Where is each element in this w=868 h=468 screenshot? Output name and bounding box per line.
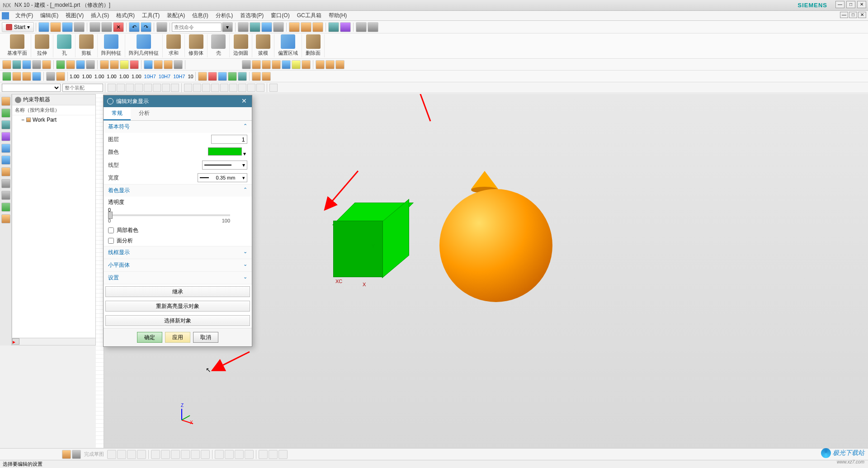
menu-edit[interactable]: 编辑(E) — [37, 12, 62, 19]
nav-tool2-icon[interactable] — [1, 203, 10, 212]
menu-view[interactable]: 视图(V) — [62, 12, 87, 19]
bb-icon[interactable] — [215, 450, 224, 459]
st1-icon[interactable] — [174, 60, 183, 69]
bb-icon[interactable] — [107, 450, 116, 459]
nav-reuse-icon[interactable] — [1, 132, 10, 141]
tree-scrollbar[interactable]: ◂▸ — [12, 338, 95, 345]
maximize-button[interactable]: □ — [846, 1, 855, 8]
st1-icon[interactable] — [262, 60, 271, 69]
sel-icon[interactable] — [269, 84, 278, 92]
st1-icon[interactable] — [282, 60, 291, 69]
menu-format[interactable]: 格式(R) — [113, 12, 138, 19]
st2-icon[interactable] — [208, 72, 217, 81]
st1-icon[interactable] — [120, 60, 129, 69]
sketch-icon[interactable] — [62, 450, 71, 459]
tab-general[interactable]: 常规 — [104, 107, 131, 120]
bb-icon[interactable] — [137, 450, 146, 459]
print-icon[interactable] — [74, 22, 85, 32]
tree-column-header[interactable]: 名称（按约束分组） — [12, 105, 95, 115]
ribbon-extrude[interactable]: 拉伸 — [31, 34, 53, 57]
sel-icon[interactable] — [256, 84, 264, 92]
sel-icon[interactable] — [220, 84, 228, 92]
copy-icon[interactable] — [101, 22, 112, 32]
bb-icon[interactable] — [245, 450, 254, 459]
dialog-gear-icon[interactable] — [107, 98, 113, 104]
st1-icon[interactable] — [164, 60, 173, 69]
menu-info[interactable]: 信息(I) — [189, 12, 212, 19]
bb-icon[interactable] — [151, 450, 160, 459]
redo-icon[interactable]: ↷ — [141, 22, 151, 32]
bb-icon[interactable] — [181, 450, 190, 459]
ribbon-shell[interactable]: 壳 — [208, 34, 230, 57]
st2-icon[interactable] — [262, 72, 271, 81]
cut-icon[interactable] — [90, 22, 100, 32]
st1-icon[interactable] — [56, 60, 65, 69]
sel-icon[interactable] — [193, 84, 201, 92]
layer-input[interactable] — [211, 135, 247, 144]
ribbon-unite[interactable]: 求和 — [163, 34, 185, 57]
sel-icon[interactable] — [211, 84, 219, 92]
st1-icon[interactable] — [144, 60, 153, 69]
bb-icon[interactable] — [278, 450, 288, 459]
view-icon-2[interactable] — [250, 22, 260, 32]
start-button[interactable]: Start▾ — [2, 22, 34, 32]
color-swatch[interactable] — [208, 147, 242, 156]
st2-icon[interactable] — [238, 72, 247, 81]
tab-analysis[interactable]: 分析 — [131, 107, 158, 120]
partial-shade-checkbox[interactable] — [108, 227, 114, 233]
st2-icon[interactable] — [12, 72, 21, 81]
nav-constraint-icon[interactable] — [1, 120, 10, 129]
st1-icon[interactable] — [110, 60, 119, 69]
st1-icon[interactable] — [292, 60, 301, 69]
bb-icon[interactable] — [72, 450, 81, 459]
sel-icon[interactable] — [117, 84, 125, 92]
st1-icon[interactable] — [32, 60, 41, 69]
section-facet[interactable]: 小平面体⌄ — [104, 259, 252, 271]
section-shading[interactable]: 着色显示⌃ — [104, 184, 252, 197]
st2-icon[interactable] — [56, 72, 65, 81]
nav-history-icon[interactable] — [1, 167, 10, 176]
ribbon-offset-region[interactable]: 偏置区域 — [274, 34, 302, 57]
ribbon-datum-plane[interactable]: 基准平面 — [4, 34, 31, 57]
view-icon-3[interactable] — [261, 22, 272, 32]
ribbon-draft[interactable]: 拔模 — [252, 34, 274, 57]
st1-icon[interactable] — [76, 60, 85, 69]
nav-tool-icon[interactable] — [1, 191, 10, 200]
menu-analysis[interactable]: 分析(L) — [212, 12, 237, 19]
select-new-button[interactable]: 选择新对象 — [105, 315, 250, 326]
sel-icon[interactable] — [153, 84, 161, 92]
st1-icon[interactable] — [302, 60, 311, 69]
width-combo[interactable]: 0.35 mm▾ — [198, 173, 247, 182]
st1-icon[interactable] — [42, 60, 51, 69]
menu-insert[interactable]: 插入(S) — [87, 12, 113, 19]
menu-preferences[interactable]: 首选项(P) — [236, 12, 267, 19]
cancel-button[interactable]: 取消 — [193, 332, 218, 343]
face-analysis-checkbox[interactable] — [108, 238, 114, 244]
ribbon-delete-face[interactable]: 删除面 — [302, 34, 325, 57]
measure-icon-1[interactable] — [356, 22, 367, 32]
search-dropdown-icon[interactable]: ▾ — [222, 22, 233, 32]
st2-icon[interactable] — [228, 72, 237, 81]
menu-gctoolbox[interactable]: GC工具箱 — [293, 12, 325, 19]
delete-icon[interactable]: ✕ — [113, 22, 124, 32]
apply-button[interactable]: 应用 — [165, 332, 190, 343]
command-search[interactable] — [172, 23, 222, 32]
bb-icon[interactable] — [269, 450, 278, 459]
orange-sphere-object[interactable] — [439, 189, 552, 302]
ok-button[interactable]: 确定 — [137, 332, 162, 343]
st1-icon[interactable] — [66, 60, 75, 69]
sel-icon[interactable] — [184, 84, 192, 92]
nav-assembly-icon[interactable] — [1, 109, 10, 118]
render-icon-3[interactable] — [312, 22, 323, 32]
menu-help[interactable]: 帮助(H) — [325, 12, 351, 19]
st1-icon[interactable] — [242, 60, 251, 69]
sel-icon[interactable] — [162, 84, 170, 92]
view-icon-4[interactable] — [273, 22, 284, 32]
st1-icon[interactable] — [2, 60, 11, 69]
nav-hd3d-icon[interactable] — [1, 144, 10, 153]
gear-icon[interactable] — [15, 97, 21, 103]
st1-icon[interactable] — [316, 60, 325, 69]
measure-icon-2[interactable] — [368, 22, 378, 32]
bb-icon[interactable] — [235, 450, 244, 459]
section-basic-symbol[interactable]: 基本符号⌃ — [104, 121, 252, 133]
